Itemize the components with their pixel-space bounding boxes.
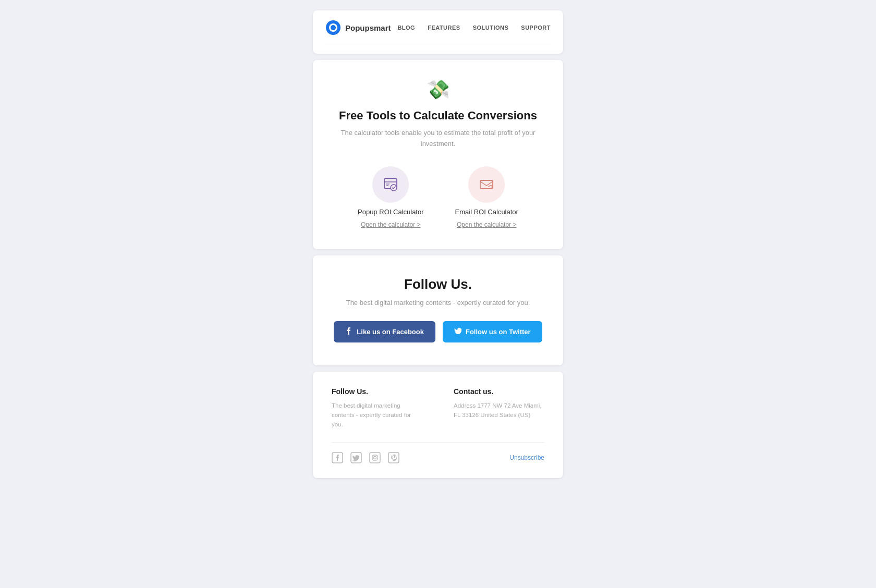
facebook-button[interactable]: Like us on Facebook <box>334 321 435 342</box>
footer-bottom: Unsubscribe <box>332 452 544 463</box>
header-card: Popupsmart BLOG FEATURES SOLUTIONS SUPPO… <box>313 10 563 54</box>
nav-solutions[interactable]: SOLUTIONS <box>473 24 509 31</box>
tools-title: Free Tools to Calculate Conversions <box>334 109 542 123</box>
logo-area: Popupsmart <box>325 20 391 35</box>
popup-calc-name: Popup ROI Calculator <box>358 208 423 216</box>
nav-links: BLOG FEATURES SOLUTIONS SUPPORT <box>397 24 551 31</box>
svg-point-14 <box>376 455 378 456</box>
unsubscribe-link[interactable]: Unsubscribe <box>509 454 544 461</box>
calculators-row: Popup ROI Calculator Open the calculator… <box>334 166 542 228</box>
tools-card: 💸 Free Tools to Calculate Conversions Th… <box>313 60 563 249</box>
email-wrapper: Popupsmart BLOG FEATURES SOLUTIONS SUPPO… <box>313 10 563 478</box>
popup-calculator-item: Popup ROI Calculator Open the calculator… <box>358 166 423 228</box>
twitter-icon <box>454 327 461 336</box>
footer-contact-text: Address 1777 NW 72 Ave Miami, FL 33126 U… <box>454 401 544 420</box>
footer-divider <box>332 442 544 443</box>
nav-blog[interactable]: BLOG <box>397 24 415 31</box>
email-calc-name: Email ROI Calculator <box>455 208 518 216</box>
svg-point-2 <box>331 25 336 30</box>
logo-text: Popupsmart <box>345 23 391 32</box>
twitter-button-label: Follow us on Twitter <box>466 328 531 336</box>
twitter-button[interactable]: Follow us on Twitter <box>443 321 542 342</box>
email-calculator-item: Email ROI Calculator Open the calculator… <box>455 166 518 228</box>
footer-twitter-icon[interactable] <box>350 452 362 463</box>
logo-icon <box>325 20 341 35</box>
footer-card: Follow Us. The best digital marketing co… <box>313 372 563 478</box>
social-buttons: Like us on Facebook Follow us on Twitter <box>334 321 542 342</box>
footer-columns: Follow Us. The best digital marketing co… <box>332 387 544 430</box>
follow-card: Follow Us. The best digital marketing co… <box>313 255 563 365</box>
footer-follow-text: The best digital marketing contents - ex… <box>332 401 422 430</box>
svg-point-5 <box>391 185 397 191</box>
email-calc-link[interactable]: Open the calculator > <box>457 221 516 228</box>
email-roi-icon <box>478 176 495 193</box>
header-inner: Popupsmart BLOG FEATURES SOLUTIONS SUPPO… <box>325 20 551 44</box>
popup-roi-icon <box>382 176 399 193</box>
email-calc-icon-circle <box>468 166 505 203</box>
popup-calc-icon-circle <box>372 166 409 203</box>
footer-social-icons <box>332 452 399 463</box>
footer-contact-title: Contact us. <box>454 387 544 396</box>
popup-calc-link[interactable]: Open the calculator > <box>361 221 420 228</box>
follow-subtitle: The best digital marketing contents - ex… <box>334 299 542 307</box>
footer-follow-title: Follow Us. <box>332 387 422 396</box>
svg-rect-8 <box>480 180 493 189</box>
footer-pinterest-icon[interactable] <box>388 452 399 463</box>
svg-point-13 <box>374 456 376 459</box>
footer-facebook-icon[interactable] <box>332 452 343 463</box>
facebook-button-label: Like us on Facebook <box>357 328 424 336</box>
tools-subtitle: The calculator tools enable you to estim… <box>334 128 542 150</box>
facebook-icon <box>345 327 352 336</box>
footer-contact-col: Contact us. Address 1777 NW 72 Ave Miami… <box>454 387 544 430</box>
footer-instagram-icon[interactable] <box>369 452 381 463</box>
svg-rect-15 <box>388 452 399 463</box>
follow-title: Follow Us. <box>334 276 542 292</box>
nav-features[interactable]: FEATURES <box>428 24 460 31</box>
money-icon: 💸 <box>334 79 542 101</box>
svg-rect-11 <box>370 452 380 463</box>
nav-support[interactable]: SUPPORT <box>521 24 551 31</box>
footer-follow-col: Follow Us. The best digital marketing co… <box>332 387 422 430</box>
